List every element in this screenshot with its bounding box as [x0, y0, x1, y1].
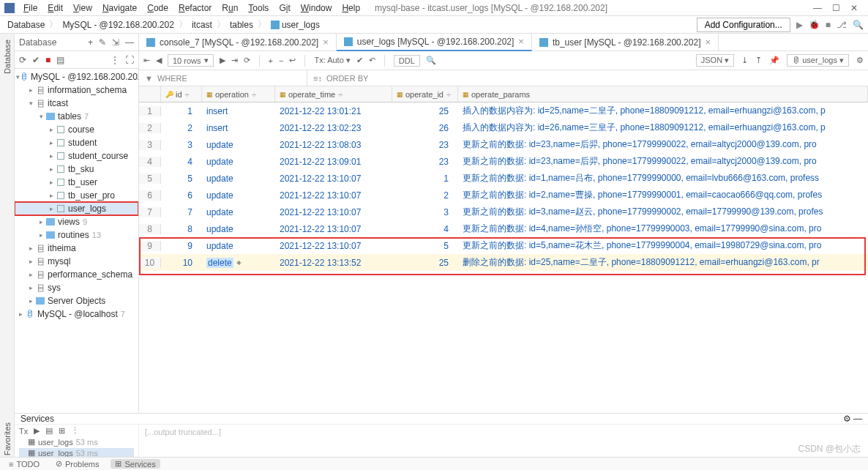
status-todo[interactable]: ≡ TODO — [4, 460, 44, 469]
crumb-database[interactable]: Database — [4, 20, 48, 30]
tx-mode[interactable]: Tx: Auto ▾ — [314, 56, 350, 65]
table-row[interactable]: 99update2021-12-22 13:10:075更新之前的数据: id=… — [139, 237, 868, 254]
menu-file[interactable]: File — [19, 1, 42, 15]
more-icon[interactable]: ⋮ — [111, 55, 119, 65]
tree-itheima[interactable]: ▸⌸itheima — [15, 242, 138, 255]
rail-database[interactable]: Database — [3, 37, 12, 77]
menu-navigate[interactable]: Navigate — [98, 1, 141, 15]
svc-run-icon[interactable]: ▶ — [34, 426, 40, 436]
menu-window[interactable]: Window — [296, 1, 337, 15]
status-problems[interactable]: ⊘ Problems — [51, 459, 103, 469]
tree-mysql-localhost[interactable]: ▸🛢MySQL - @localhost7 — [15, 307, 138, 321]
tab-tb-user[interactable]: tb_user [MySQL - @192.168.200.202]× — [532, 34, 719, 51]
tree-table-tb-user-pro[interactable]: ▸tb_user_pro — [15, 189, 138, 202]
tab-close-icon[interactable]: × — [323, 37, 329, 48]
add-icon[interactable]: + — [88, 37, 93, 48]
table-row[interactable]: 88update2021-12-22 13:10:074更新之前的数据: id=… — [139, 220, 868, 237]
import-icon[interactable]: ⤒ — [755, 56, 762, 65]
refresh-icon[interactable]: ⟳ — [19, 55, 26, 65]
tree-mysql-root[interactable]: ▾🛢MySQL - @192.168.200.202 — [15, 70, 138, 83]
close-icon[interactable]: ✕ — [850, 3, 858, 13]
table-row[interactable]: 1010delete⌖2021-12-22 13:13:5225删除之前的数据:… — [139, 254, 868, 271]
menu-refactor[interactable]: Refactor — [174, 1, 216, 15]
collapse-icon[interactable]: ⇲ — [112, 37, 119, 48]
tree-information-schema[interactable]: ▸⌸information_schema — [15, 83, 138, 97]
table-row[interactable]: 22insert2021-12-22 13:02:2326插入的数据内容为: i… — [139, 119, 868, 136]
reload-icon[interactable]: ⟳ — [244, 56, 250, 65]
prev-page-icon[interactable]: ◀ — [156, 56, 162, 65]
expand-icon[interactable]: ⛶ — [125, 55, 134, 65]
delete-row-icon[interactable]: − — [279, 56, 283, 65]
target-table[interactable]: 🛢 user_logs ▾ — [787, 54, 849, 67]
commit-icon[interactable]: ✔ — [356, 56, 363, 65]
table-row[interactable]: 66update2021-12-22 13:10:072更新之前的数据: id=… — [139, 187, 868, 204]
stop-icon[interactable]: ■ — [826, 20, 831, 30]
grid-settings-icon[interactable]: ⚙ — [856, 56, 864, 65]
menu-code[interactable]: Code — [143, 1, 173, 15]
menu-run[interactable]: Run — [217, 1, 242, 15]
tree-table-student-course[interactable]: ▸student_course — [15, 149, 138, 163]
crumb-tables[interactable]: tables — [227, 20, 256, 30]
search-icon[interactable]: 🔍 — [853, 20, 864, 30]
tree-routines-folder[interactable]: ▸routines13 — [15, 228, 138, 242]
menu-edit[interactable]: Edit — [43, 1, 67, 15]
svc-item-1[interactable]: ▦ user_logs 53 ms — [19, 437, 134, 447]
tree-sys[interactable]: ▸⌸sys — [15, 281, 138, 294]
menu-tools[interactable]: Tools — [244, 1, 273, 15]
crumb-itcast[interactable]: itcast — [189, 20, 215, 30]
filter-db-icon[interactable]: ▤ — [56, 55, 64, 65]
tree-server-objects[interactable]: ▸Server Objects — [15, 294, 138, 307]
svc-group-icon[interactable]: ⊞ — [59, 426, 65, 436]
col-operate-params[interactable]: ▦operate_params — [458, 86, 868, 102]
pin-icon[interactable]: 📌 — [769, 56, 779, 65]
tree-performance-schema[interactable]: ▸⌸performance_schema — [15, 268, 138, 281]
minimize-icon[interactable]: — — [813, 3, 822, 13]
svc-filter-icon[interactable]: ▤ — [45, 426, 53, 436]
ddl-button[interactable]: DDL — [394, 55, 420, 67]
where-filter[interactable]: ▼WHERE — [139, 70, 307, 86]
hide-panel-icon[interactable]: — — [125, 37, 134, 48]
table-row[interactable]: 11insert2021-12-22 13:01:2125插入的数据内容为: i… — [139, 102, 868, 119]
revert-icon[interactable]: ↩ — [289, 56, 296, 65]
panel-settings-icon[interactable]: ✎ — [99, 37, 106, 48]
tree-table-student[interactable]: ▸student — [15, 136, 138, 149]
table-row[interactable]: 33update2021-12-22 13:08:0323更新之前的数据: id… — [139, 136, 868, 153]
menu-git[interactable]: Git — [274, 1, 294, 15]
run-icon[interactable]: ▶ — [796, 20, 803, 30]
tree-itcast[interactable]: ▾⌸itcast — [15, 97, 138, 110]
svc-more-icon[interactable]: ⋮ — [71, 426, 79, 436]
menu-view[interactable]: View — [69, 1, 97, 15]
col-operation[interactable]: ▦operation÷ — [202, 86, 275, 102]
tree-tables-folder[interactable]: ▾tables7 — [15, 110, 138, 123]
orderby-filter[interactable]: ≡↕ORDER BY — [307, 70, 374, 86]
col-operate-id[interactable]: ▦operate_id÷ — [392, 86, 458, 102]
sync-icon[interactable]: ✔ — [32, 55, 40, 65]
view-mode[interactable]: JSON ▾ — [696, 54, 734, 67]
table-row[interactable]: 55update2021-12-22 13:10:071更新之前的数据: id=… — [139, 170, 868, 187]
next-page-icon[interactable]: ▶ — [220, 56, 225, 65]
tab-user-logs[interactable]: user_logs [MySQL - @192.168.200.202]× — [337, 34, 532, 51]
tab-close-icon[interactable]: × — [518, 36, 524, 47]
table-row[interactable]: 77update2021-12-22 13:10:073更新之前的数据: id=… — [139, 204, 868, 220]
tree-table-course[interactable]: ▸course — [15, 123, 138, 136]
maximize-icon[interactable]: ☐ — [832, 3, 840, 13]
tree-table-tb-sku[interactable]: ▸tb_sku — [15, 163, 138, 176]
tree-table-tb-user[interactable]: ▸tb_user — [15, 176, 138, 189]
tab-close-icon[interactable]: × — [705, 37, 711, 48]
zoom-icon[interactable]: 🔍 — [426, 56, 436, 65]
add-configuration-button[interactable]: Add Configuration... — [697, 18, 790, 32]
first-page-icon[interactable]: ⇤ — [143, 56, 150, 65]
add-row-icon[interactable]: + — [269, 56, 273, 65]
col-id[interactable]: 🔑id÷ — [161, 86, 202, 102]
rollback-icon[interactable]: ↶ — [369, 56, 375, 65]
tx-icon[interactable]: Tx — [19, 427, 28, 436]
table-row[interactable]: 44update2021-12-22 13:09:0123更新之前的数据: id… — [139, 153, 868, 170]
tree-table-user-logs[interactable]: ▸user_logs — [15, 202, 138, 215]
services-settings-icon[interactable]: ⚙ — — [843, 414, 862, 424]
tree-mysql-schema[interactable]: ▸⌸mysql — [15, 255, 138, 268]
debug-icon[interactable]: 🐞 — [809, 20, 820, 30]
tab-console7[interactable]: console_7 [MySQL - @192.168.200.202]× — [139, 34, 337, 51]
crumb-mysql[interactable]: MySQL - @192.168.200.202 — [59, 20, 177, 30]
rows-count[interactable]: 10 rows▾ — [168, 54, 214, 67]
crumb-userlogs[interactable]: user_logs — [268, 20, 323, 30]
